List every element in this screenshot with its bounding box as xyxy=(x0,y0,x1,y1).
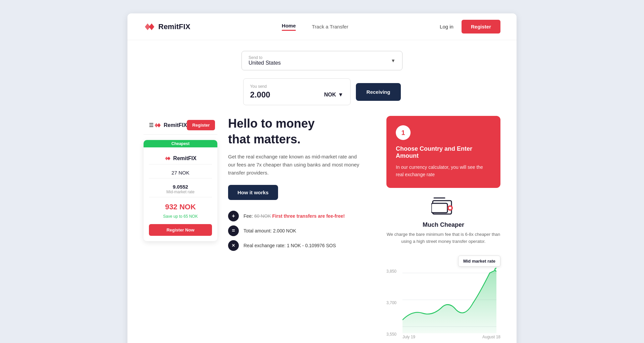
how-it-works-button[interactable]: How it works xyxy=(228,185,278,200)
fee-text-rate: Real exchange rate: 1 NOK - 0.109976 SOS xyxy=(244,243,336,248)
fee-item-rate: × Real exchange rate: 1 NOK - 0.109976 S… xyxy=(228,240,376,251)
hero-title: Hello to moneythat matters. xyxy=(228,116,376,147)
receiving-button[interactable]: Receiving xyxy=(356,83,401,101)
step-number: 1 xyxy=(396,125,411,140)
currency-code: NOK xyxy=(324,92,336,98)
step-description: In our currency calculator, you will see… xyxy=(396,163,491,179)
bottom-section: ☰ RemitFIX Register Cheapest xyxy=(144,116,500,339)
nav-login[interactable]: Log in xyxy=(440,24,453,29)
hamburger-icon[interactable]: ☰ xyxy=(149,122,154,128)
nav-logo: RemitFIX xyxy=(144,22,190,31)
chevron-down-icon: ▼ xyxy=(391,58,395,63)
nav-actions: Log in Register xyxy=(440,20,500,33)
chart-x-label-end: August 18 xyxy=(482,335,500,339)
chart-y-labels: 3,850 3,700 3,550 xyxy=(386,266,400,339)
cheaper-title: Much Cheaper xyxy=(423,221,464,228)
amount-input-box: You send 2.000 NOK ▼ xyxy=(243,78,351,105)
chart-section: Mid market rate 3,850 3,700 3,550 xyxy=(386,256,500,339)
cheapest-badge: Cheapest xyxy=(144,140,217,147)
rate-receive-amount: 932 NOK xyxy=(165,203,196,211)
rate-save-text: Save up to 65 NOK xyxy=(163,214,198,219)
rate-exchange-container: 9.0552 Mid-market rate xyxy=(149,181,212,197)
fee-plus-icon: + xyxy=(228,211,239,221)
chart-y-label-low: 3,550 xyxy=(386,332,400,337)
amount-value[interactable]: 2.000 xyxy=(250,90,270,99)
wallet-icon xyxy=(431,196,455,216)
wallet-icon-container xyxy=(431,196,455,217)
nav-link-home[interactable]: Home xyxy=(282,23,296,31)
chart-x-labels: July 19 August 18 xyxy=(402,335,500,339)
cheaper-card: Much Cheaper We charge the bare minimum … xyxy=(386,196,500,245)
rate-logo-text: RemitFIX xyxy=(173,155,196,161)
svg-rect-1 xyxy=(431,203,447,213)
rate-exchange-label: Mid-market rate xyxy=(149,190,212,194)
svg-point-3 xyxy=(449,207,451,209)
rate-card: Cheapest RemitFIX 27 NOK 9.0552 xyxy=(144,140,217,241)
send-to-value: United States xyxy=(249,60,281,66)
fee-item-total: = Total amount: 2.000 NOK xyxy=(228,225,376,236)
send-to-dropdown[interactable]: Send to United States ▼ xyxy=(241,51,402,70)
rate-exchange-value: 9.0552 xyxy=(149,184,212,190)
chart-y-label-high: 3,850 xyxy=(386,269,400,274)
currency-chevron-icon: ▼ xyxy=(338,92,343,98)
amount-label: You send xyxy=(250,84,343,89)
rate-logo-icon xyxy=(164,156,171,161)
hero-description: Get the real exchange rate known as mid-… xyxy=(228,153,362,177)
fee-times-icon: × xyxy=(228,240,239,251)
remitfix-logo-icon xyxy=(144,22,156,31)
calculator-row: You send 2.000 NOK ▼ Receiving xyxy=(144,78,500,105)
currency-selector[interactable]: NOK ▼ xyxy=(324,92,343,98)
rate-card-body: RemitFIX 27 NOK 9.0552 Mid-market rate 9… xyxy=(144,147,217,241)
mobile-logo: RemitFIX xyxy=(154,122,187,128)
send-to-container: Send to United States ▼ xyxy=(144,51,500,70)
rate-logo: RemitFIX xyxy=(149,153,212,164)
step-card: 1 Choose Country and Enter Amount In our… xyxy=(386,116,500,188)
nav-register-button[interactable]: Register xyxy=(462,20,500,33)
chart-x-label-start: July 19 xyxy=(402,335,415,339)
mobile-register-button[interactable]: Register xyxy=(187,120,215,130)
chart-tooltip: Mid market rate xyxy=(458,256,500,267)
step-title: Choose Country and Enter Amount xyxy=(396,145,491,159)
nav-logo-text: RemitFIX xyxy=(158,22,190,31)
mobile-logo-text: RemitFIX xyxy=(164,122,187,128)
chart-svg xyxy=(402,266,496,333)
fee-equals-icon: = xyxy=(228,225,239,236)
rate-register-button[interactable]: Register Now xyxy=(149,224,212,236)
mobile-nav: ☰ RemitFIX Register xyxy=(144,116,217,135)
navbar: RemitFIX Home Track a Transfer Log in Re… xyxy=(127,13,517,40)
fee-info-list: + Fee: 60 NOK First three transfers are … xyxy=(228,211,376,251)
sidebar-panel: ☰ RemitFIX Register Cheapest xyxy=(144,116,217,241)
center-content: Hello to moneythat matters. Get the real… xyxy=(228,116,376,251)
fee-text-fee: Fee: 60 NOK First three transfers are fe… xyxy=(244,213,345,219)
nav-links: Home Track a Transfer xyxy=(282,23,348,31)
rate-fee: 27 NOK xyxy=(149,167,212,179)
cheaper-description: We charge the bare minimum fee that is 6… xyxy=(386,231,500,245)
nav-link-track[interactable]: Track a Transfer xyxy=(312,24,348,29)
send-to-label: Send to xyxy=(249,55,281,60)
right-panel: 1 Choose Country and Enter Amount In our… xyxy=(386,116,500,339)
main-content: Send to United States ▼ You send 2.000 N… xyxy=(127,40,517,343)
chart-y-label-mid: 3,700 xyxy=(386,300,400,305)
fee-item-fee: + Fee: 60 NOK First three transfers are … xyxy=(228,211,376,221)
mobile-logo-icon xyxy=(154,122,162,128)
fee-text-total: Total amount: 2.000 NOK xyxy=(244,228,296,233)
amount-row: 2.000 NOK ▼ xyxy=(250,90,343,99)
